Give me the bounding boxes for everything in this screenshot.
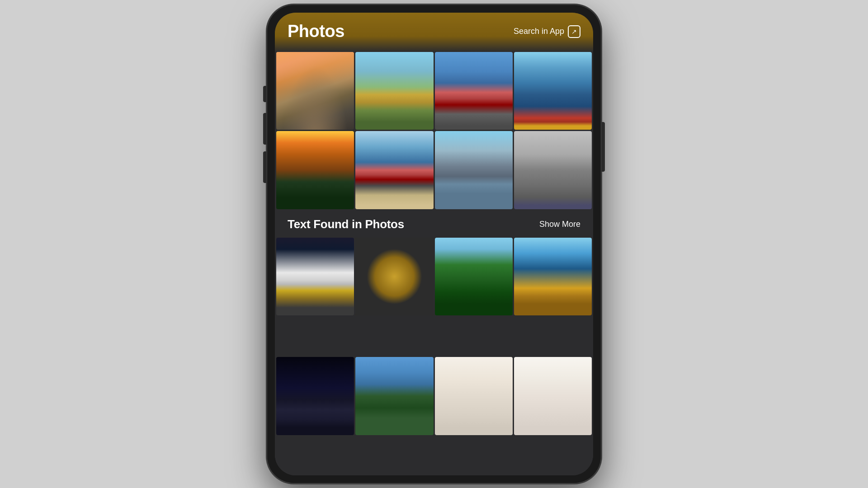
photo-cell[interactable]: [514, 52, 592, 130]
app-title: Photos: [288, 22, 344, 41]
text-photo-cell[interactable]: [435, 238, 513, 315]
main-photo-grid: [275, 52, 593, 209]
header-top: Photos Search in App ↗: [288, 22, 580, 41]
text-photo-cell[interactable]: [355, 238, 433, 315]
search-in-app-button[interactable]: Search in App ↗: [514, 25, 580, 38]
text-photo-cell[interactable]: [514, 357, 592, 435]
text-photo-cell[interactable]: [514, 238, 592, 315]
photo-cell[interactable]: [435, 131, 513, 209]
show-more-button[interactable]: Show More: [539, 220, 580, 229]
search-in-app-label: Search in App: [514, 27, 564, 36]
external-link-icon: ↗: [568, 25, 580, 38]
photo-cell[interactable]: [355, 131, 433, 209]
text-photo-cell[interactable]: [435, 357, 513, 435]
power-button[interactable]: [601, 122, 605, 172]
phone-screen: Photos Search in App ↗: [275, 13, 593, 475]
photo-cell[interactable]: [514, 131, 592, 209]
phone-device: Photos Search in App ↗: [267, 5, 601, 483]
text-photo-cell[interactable]: [355, 357, 433, 435]
mute-button[interactable]: [263, 86, 267, 102]
photo-cell[interactable]: [276, 52, 354, 130]
photo-cell[interactable]: [435, 52, 513, 130]
volume-down-button[interactable]: [263, 151, 267, 183]
volume-up-button[interactable]: [263, 113, 267, 145]
photo-cell[interactable]: [355, 52, 433, 130]
text-photo-cell[interactable]: [276, 357, 354, 435]
text-found-photo-grid: [275, 238, 593, 476]
screen-content: Photos Search in App ↗: [275, 13, 593, 475]
text-found-title: Text Found in Photos: [288, 217, 404, 231]
phone-body: Photos Search in App ↗: [267, 5, 601, 483]
photo-cell[interactable]: [276, 131, 354, 209]
text-photo-cell[interactable]: [276, 238, 354, 315]
text-found-section-header: Text Found in Photos Show More: [275, 209, 593, 238]
app-header: Photos Search in App ↗: [275, 13, 593, 52]
